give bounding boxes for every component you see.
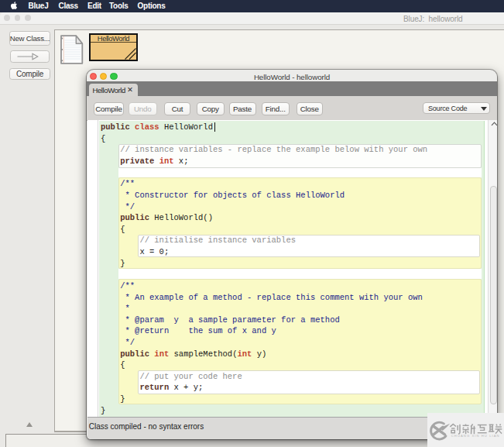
svg-text:CHUANG XIN HU LIAN: CHUANG XIN HU LIAN — [451, 434, 499, 438]
